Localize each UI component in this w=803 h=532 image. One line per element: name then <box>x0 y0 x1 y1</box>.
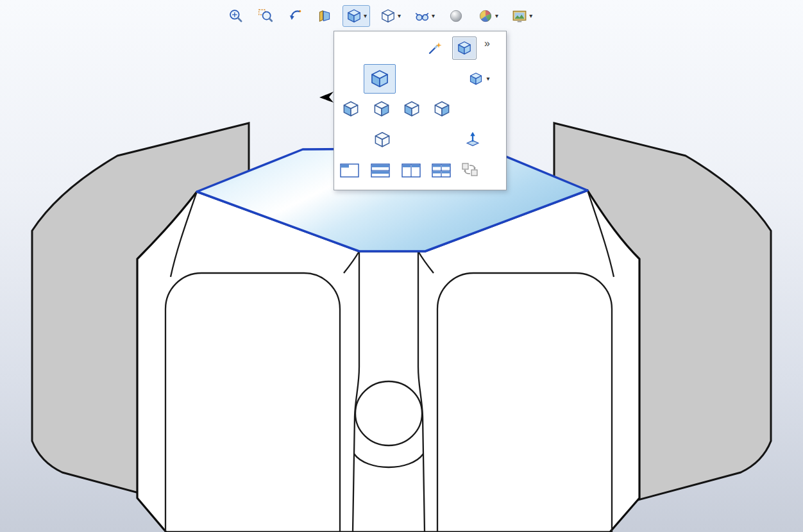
single-viewport-icon <box>340 163 359 178</box>
link-views-icon <box>461 161 480 179</box>
small-cube-icon <box>468 71 484 87</box>
caret-down-icon: ▾ <box>398 13 401 19</box>
display-style-cube-icon <box>380 8 396 24</box>
back-view-cube-icon <box>372 99 391 119</box>
magnifier-area-icon <box>257 8 274 24</box>
isometric-cube-icon <box>369 68 391 90</box>
bottom-view-cube-icon <box>373 130 392 149</box>
section-view-button[interactable] <box>313 5 336 27</box>
new-view-button[interactable] <box>425 39 444 57</box>
scene-sphere-icon <box>477 8 494 24</box>
previous-view-arrow-icon <box>287 8 303 24</box>
view-selector-cube-icon <box>456 40 473 56</box>
viewport-four-button[interactable] <box>428 161 454 180</box>
view-left-button[interactable] <box>399 97 425 121</box>
two-viewport-horizontal-icon <box>371 163 390 178</box>
magnifier-fit-icon <box>228 8 244 24</box>
caret-down-icon: ▾ <box>486 76 489 82</box>
caret-down-icon: ▾ <box>432 13 435 19</box>
front-view-cube-icon <box>341 99 360 119</box>
section-view-icon <box>316 8 333 24</box>
two-viewport-vertical-icon <box>402 163 421 178</box>
viewport-two-vertical-button[interactable] <box>398 161 424 180</box>
cad-viewport: ▾ ▾ ▾ <box>0 0 803 532</box>
view-bottom-button[interactable] <box>369 128 395 152</box>
hide-show-items-button[interactable]: ▾ <box>410 5 438 27</box>
caret-down-icon: ▾ <box>529 13 532 19</box>
right-view-cube-icon <box>432 99 452 119</box>
new-view-wand-star-icon <box>427 40 443 56</box>
view-settings-button[interactable]: ▾ <box>508 5 536 27</box>
eyeglasses-icon <box>414 8 430 24</box>
left-view-cube-icon <box>402 99 421 119</box>
zoom-to-fit-button[interactable] <box>224 5 248 27</box>
cursor-arrow <box>319 92 334 103</box>
view-orientation-button[interactable]: ▾ <box>342 5 370 27</box>
view-right-button[interactable] <box>429 97 455 121</box>
caret-down-icon: ▾ <box>364 13 367 19</box>
normal-to-arrow-icon <box>464 131 482 149</box>
view-settings-picture-icon <box>511 8 528 24</box>
viewport-single-button[interactable] <box>337 161 362 180</box>
four-viewport-icon <box>432 163 451 178</box>
previous-view-button[interactable] <box>283 5 307 27</box>
expand-panel-button[interactable]: » <box>484 38 490 49</box>
edit-appearance-button[interactable] <box>444 5 468 27</box>
caret-down-icon: ▾ <box>495 13 498 19</box>
zoom-to-area-button[interactable] <box>254 5 277 27</box>
current-view-isometric-button[interactable] <box>364 64 396 94</box>
axonometric-views-dropdown[interactable]: ▾ <box>462 69 496 88</box>
view-orientation-panel: » ▾ <box>334 31 507 190</box>
view-selector-button[interactable] <box>452 37 477 60</box>
normal-to-button[interactable] <box>460 128 486 152</box>
view-front-button[interactable] <box>338 97 364 121</box>
display-style-button[interactable]: ▾ <box>376 5 404 27</box>
viewport-two-horizontal-button[interactable] <box>368 161 393 180</box>
heads-up-view-toolbar: ▾ ▾ ▾ <box>224 5 536 27</box>
view-cube-icon <box>346 8 362 24</box>
link-views-button[interactable] <box>457 158 483 181</box>
apply-scene-button[interactable]: ▾ <box>474 5 502 27</box>
appearance-sphere-icon <box>448 8 464 24</box>
view-back-button[interactable] <box>369 97 394 121</box>
